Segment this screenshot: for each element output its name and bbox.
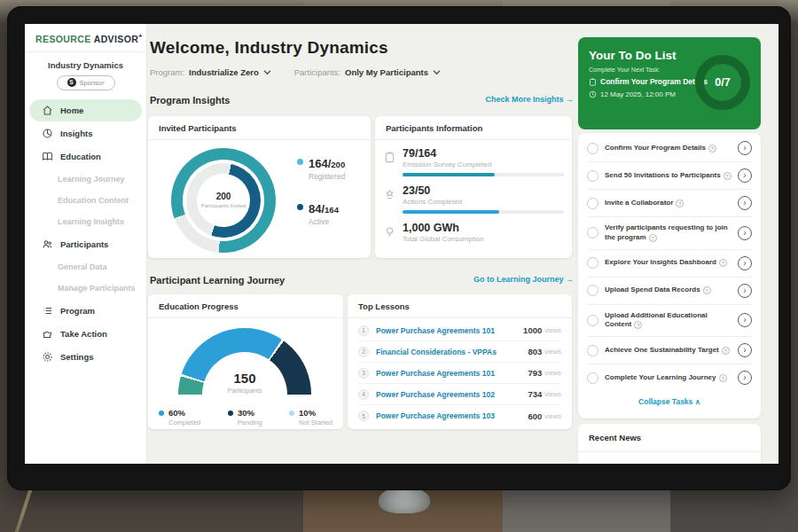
info-icon[interactable]: ? — [703, 286, 711, 294]
sidebar-item-label: Education — [60, 152, 101, 161]
task-checkbox[interactable] — [587, 257, 598, 269]
sidebar-item-manage-participants[interactable]: Manage Participants — [25, 278, 146, 299]
sponsor-badge: S Sponsor — [57, 75, 115, 90]
info-icon[interactable]: ? — [719, 259, 727, 267]
check-more-insights-link[interactable]: Check More Insights → — [485, 95, 574, 106]
sidebar-item-label: Settings — [60, 352, 93, 362]
task-open-button[interactable]: › — [738, 313, 752, 327]
lesson-rank: 3 — [358, 368, 369, 379]
lesson-link[interactable]: Power Purchase Agreements 103 — [376, 411, 528, 420]
program-select[interactable]: Program: Industrialize Zero — [150, 67, 271, 77]
task-label: Explore Your Insights Dashboard? — [605, 258, 732, 268]
survey-icon — [384, 151, 395, 162]
task-open-button[interactable]: › — [738, 196, 752, 210]
sidebar-item-settings[interactable]: Settings — [29, 346, 142, 368]
stat-text: 1,000 GWhTotal Global Consumption — [403, 222, 484, 243]
sidebar-item-education-content[interactable]: Education Content — [25, 190, 146, 211]
gauge-legend-item: 10%Not Started — [289, 408, 332, 426]
task-open-button[interactable]: › — [738, 256, 752, 270]
sidebar-item-participants[interactable]: Participants — [29, 233, 142, 255]
participants-icon — [42, 239, 53, 250]
task-checkbox[interactable] — [587, 198, 598, 209]
lesson-views-label: views — [544, 412, 561, 420]
home-icon — [42, 105, 53, 116]
lesson-link[interactable]: Financial Considerations - VPPAs — [376, 348, 528, 356]
info-icon[interactable]: ? — [722, 347, 730, 355]
sidebar-item-insights[interactable]: Insights — [29, 122, 142, 145]
sidebar-item-label: Learning Journey — [58, 175, 125, 184]
task-label: Invite a Collaborator? — [605, 199, 732, 208]
todo-panel: Your To Do List Complete Your Next Task:… — [578, 24, 761, 464]
section-title: Program Insights — [150, 95, 230, 106]
sidebar: RESOURCE ADVISOR+ Industry Dynamics S Sp… — [25, 24, 146, 464]
sidebar-item-learning-insights[interactable]: Learning Insights — [25, 211, 146, 232]
task-checkbox[interactable] — [587, 170, 598, 182]
task-open-button[interactable]: › — [738, 371, 752, 385]
task-checkbox[interactable] — [587, 143, 598, 154]
lesson-link[interactable]: Power Purchase Agreements 101 — [376, 326, 523, 335]
info-icon[interactable]: ? — [649, 234, 657, 242]
top-lessons-card: Top Lessons 1Power Purchase Agreements 1… — [348, 294, 572, 429]
task-open-button[interactable]: › — [738, 168, 752, 183]
task-open-button[interactable]: › — [738, 343, 752, 357]
task-checkbox[interactable] — [587, 285, 598, 296]
lesson-views: 793 — [528, 368, 542, 378]
lesson-link[interactable]: Power Purchase Agreements 101 — [376, 369, 528, 378]
task-open-button[interactable]: › — [738, 141, 752, 155]
task-checkbox[interactable] — [587, 345, 598, 356]
sidebar-item-label: Insights — [60, 129, 92, 138]
legend-dot-icon — [159, 411, 164, 416]
todo-progress-value: 0/7 — [715, 76, 730, 89]
participants-select[interactable]: Participants: Only My Participants — [294, 67, 441, 77]
monitor-stand — [379, 487, 430, 513]
legend-value-sub: 200 — [331, 160, 345, 169]
lesson-row: 3Power Purchase Agreements 101793views — [358, 363, 561, 384]
go-to-learning-journey-link[interactable]: Go to Learning Journey → — [473, 275, 574, 286]
sidebar-item-label: Home — [60, 106, 83, 115]
sidebar-item-take-action[interactable]: Take Action — [29, 323, 142, 345]
stat-value: 1,000 GWh — [403, 222, 484, 234]
task-checkbox[interactable] — [587, 315, 598, 326]
take-action-icon — [42, 328, 53, 340]
sponsor-icon: S — [67, 78, 76, 87]
lesson-link[interactable]: Power Purchase Agreements 102 — [376, 390, 528, 399]
sidebar-item-home[interactable]: Home — [29, 99, 142, 121]
legend-value: 164/200 — [309, 155, 345, 171]
info-icon[interactable]: ? — [724, 172, 732, 180]
task-checkbox[interactable] — [587, 372, 598, 384]
progress-bar — [403, 173, 564, 176]
sidebar-item-general-data[interactable]: General Data — [25, 256, 146, 278]
todo-tasks: Confirm Your Program Details?›Send 50 In… — [587, 135, 752, 391]
chevron-up-icon: ∧ — [695, 397, 700, 406]
info-icon[interactable]: ? — [719, 374, 727, 382]
sidebar-nav: HomeInsightsEducationLearning JourneyEdu… — [25, 99, 146, 368]
sidebar-item-program[interactable]: Program — [29, 300, 142, 322]
info-icon[interactable]: ? — [676, 200, 684, 207]
todo-hero-card: Your To Do List Complete Your Next Task:… — [578, 37, 761, 129]
lesson-row: 4Power Purchase Agreements 102734views — [358, 384, 561, 405]
todo-task-upload-spend-data-records: Upload Spend Data Records?› — [587, 278, 752, 305]
card-title: Education Progress — [148, 294, 343, 318]
progress-bar — [403, 210, 564, 214]
sponsor-label: Sponsor — [80, 79, 105, 87]
todo-task-verify-participants-requesting-to-join-the-program: Verify participants requesting to join t… — [587, 217, 752, 250]
lesson-views: 1000 — [523, 325, 542, 335]
collapse-tasks-link[interactable]: Collapse Tasks ∧ — [587, 391, 752, 410]
legend-dot-icon — [297, 159, 303, 165]
info-icon[interactable]: ? — [708, 145, 716, 153]
main-content: Welcome, Industry Dynamics Program: Indu… — [148, 24, 575, 464]
task-open-button[interactable]: › — [738, 284, 752, 298]
task-label: Complete Your Learning Journey? — [605, 373, 732, 383]
participants-label: Participants: — [294, 67, 340, 77]
todo-task-invite-a-collaborator: Invite a Collaborator?› — [587, 190, 752, 217]
invited-participants-card: Invited Participants 200 Participants In… — [148, 116, 371, 258]
stat-row: 79/164Emission Survey Completed — [384, 147, 559, 176]
chevron-down-icon — [263, 69, 271, 75]
task-checkbox[interactable] — [587, 227, 598, 239]
sidebar-item-learning-journey[interactable]: Learning Journey — [25, 168, 146, 190]
legend-value-sub: 164 — [325, 205, 339, 215]
sidebar-item-education[interactable]: Education — [29, 145, 142, 168]
info-icon[interactable]: ? — [634, 321, 642, 329]
education-gauge-chart: 150 Participants — [178, 328, 311, 395]
task-open-button[interactable]: › — [738, 226, 752, 240]
